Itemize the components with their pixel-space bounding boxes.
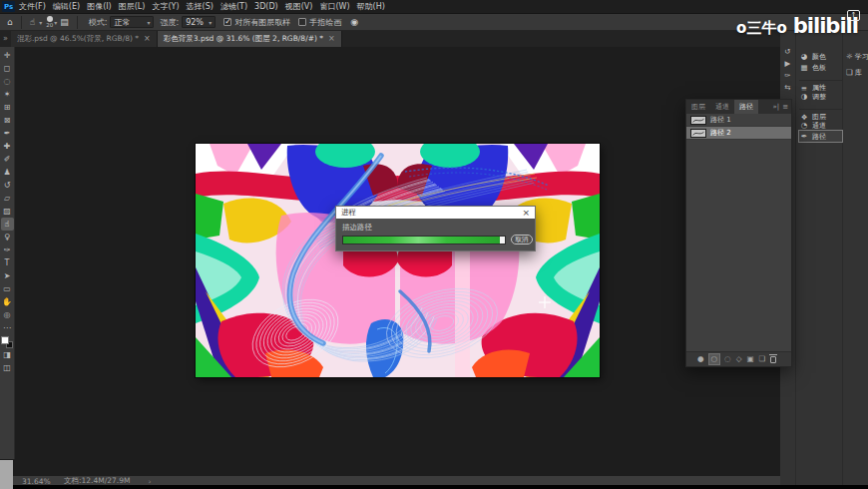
stroke-path-button[interactable]: ○ xyxy=(709,354,720,364)
paths[interactable]: ✒ 路径 xyxy=(799,131,842,142)
mode-select[interactable]: 正常 ▾ xyxy=(110,16,154,28)
finger-painting-checkbox[interactable] xyxy=(298,18,306,26)
menu-item[interactable]: 窗口(W) xyxy=(319,0,349,14)
actions-icon[interactable]: ▶ xyxy=(781,57,795,69)
path-selection-tool[interactable]: ➤ xyxy=(1,269,14,282)
brush-settings-toggle-icon[interactable]: ▤ xyxy=(57,17,72,27)
dialog-title: 进程 xyxy=(341,208,356,218)
document-tab[interactable]: 彩色背景3.psd @ 31.6% (图层 2, RGB/8/#) * × xyxy=(158,31,342,47)
swatches[interactable]: ▦ 色板 xyxy=(799,62,842,73)
history-brush-tool[interactable]: ↺ xyxy=(1,179,14,192)
foreground-color-swatch[interactable] xyxy=(1,336,9,344)
shape-tool[interactable]: ▭ xyxy=(1,282,14,295)
panel-label: 路径 xyxy=(812,132,826,142)
make-work-path-button[interactable]: ◇ xyxy=(736,354,742,364)
learn[interactable]: ☼ 学习 xyxy=(846,51,868,62)
smudge-tool[interactable]: ☝ xyxy=(1,218,14,231)
gradient-tool[interactable]: ▨ xyxy=(1,205,14,218)
mode-label: 模式: xyxy=(89,17,108,28)
marquee-tool[interactable]: ◻ xyxy=(1,62,14,75)
move-tool[interactable]: ✛ xyxy=(1,49,14,62)
cancel-button[interactable]: 取消 xyxy=(511,235,533,244)
menu-items: 文件(F)编辑(E)图像(I)图层(L)文字(Y)选择(S)滤镜(T)3D(D)… xyxy=(19,0,385,14)
add-mask-button[interactable]: ▣ xyxy=(746,354,753,364)
dodge-tool[interactable]: ♀ xyxy=(1,231,14,244)
menu-item[interactable]: 滤镜(T) xyxy=(220,0,247,14)
brush-tool[interactable]: ✐ xyxy=(1,153,14,166)
menu-item[interactable]: 图像(I) xyxy=(87,0,112,14)
home-icon[interactable]: ⌂ xyxy=(4,17,16,27)
smudge-tool-icon[interactable]: ☝ xyxy=(27,17,38,27)
menu-item[interactable]: 3D(D) xyxy=(254,0,278,14)
photoshop-window: Ps 文件(F)编辑(E)图像(I)图层(L)文字(Y)选择(S)滤镜(T)3D… xyxy=(0,0,868,489)
channels[interactable]: ◔ 通道 xyxy=(799,120,842,131)
panel-label: 颜色 xyxy=(812,52,826,62)
path-item[interactable]: 路径 2 xyxy=(686,127,791,140)
path-item[interactable]: 路径 1 xyxy=(686,114,791,127)
path-thumbnail xyxy=(690,129,706,138)
menu-item[interactable]: 帮助(H) xyxy=(357,0,385,14)
tool-icon: ✒ xyxy=(4,129,11,138)
panel-tab[interactable]: 图层 xyxy=(686,100,710,114)
pen-tool[interactable]: ✑ xyxy=(1,244,14,256)
close-icon[interactable]: × xyxy=(328,31,335,47)
tool-icon: T xyxy=(5,258,10,267)
paths-panel-empty-area xyxy=(686,140,791,351)
brush-settings-icon[interactable]: ✑ xyxy=(781,69,795,81)
canvas[interactable] xyxy=(196,144,600,377)
menu-item[interactable]: 图层(L) xyxy=(119,0,146,14)
lasso-tool[interactable]: ◌ xyxy=(1,75,14,88)
hand-tool[interactable]: ✋ xyxy=(1,295,14,308)
panel-icon: ❏ xyxy=(846,68,853,77)
paint-symmetry-icon[interactable]: ⇆ xyxy=(781,81,795,93)
dialog-title-bar[interactable]: 进程 × xyxy=(336,207,535,219)
healing-brush-tool[interactable]: ✚ xyxy=(1,140,14,153)
tool-icon: ◌ xyxy=(4,77,11,86)
sample-all-layers-checkbox[interactable] xyxy=(223,18,231,26)
menu-item[interactable]: 文字(Y) xyxy=(152,0,179,14)
layers[interactable]: ❖ 图层 xyxy=(799,109,842,120)
collapse-panel-icon[interactable]: »| xyxy=(772,103,779,111)
adjustments[interactable]: ◑ 调整 xyxy=(799,91,842,102)
type-tool[interactable]: T xyxy=(1,256,14,269)
menu-item[interactable]: 选择(S) xyxy=(187,0,214,14)
tool-icon: ✑ xyxy=(4,245,11,254)
pressure-icon[interactable]: ◉ xyxy=(347,17,361,27)
clone-stamp-tool[interactable]: ♟ xyxy=(1,166,14,179)
new-path-button[interactable]: ❏ xyxy=(759,354,766,364)
close-icon[interactable]: × xyxy=(522,208,530,218)
menu-item[interactable]: 文件(F) xyxy=(19,0,46,14)
corner-strip xyxy=(0,460,13,489)
screen-mode-button[interactable]: ◫ xyxy=(1,361,14,374)
properties[interactable]: ≡ 属性 xyxy=(799,80,842,91)
eyedropper-tool[interactable]: ✒ xyxy=(1,127,14,140)
tool-icon: ⊠ xyxy=(4,116,11,125)
frame-tool[interactable]: ⊠ xyxy=(1,114,14,127)
quick-mask-button[interactable]: ◨ xyxy=(1,348,14,361)
tab-overflow-icon[interactable]: » xyxy=(0,31,11,47)
menu-item[interactable]: 视图(V) xyxy=(285,0,313,14)
brush-preset-picker[interactable]: 20 xyxy=(46,16,53,28)
libraries[interactable]: ❏ 库 xyxy=(846,67,868,78)
quick-selection-tool[interactable]: ✶ xyxy=(1,88,14,101)
history-icon[interactable]: ↺ xyxy=(781,45,795,57)
eraser-tool[interactable]: ▱ xyxy=(1,192,14,205)
panel-menu-icon[interactable]: ≡ xyxy=(782,103,788,111)
edit-toolbar-button[interactable]: ⋯ xyxy=(1,321,14,334)
strength-select[interactable]: 92% ▾ xyxy=(182,16,216,28)
menu-item[interactable]: 编辑(E) xyxy=(53,0,80,14)
document-tab[interactable]: 混彩.psd @ 46.5%(背景, RGB/8) * × xyxy=(11,31,158,47)
delete-path-button[interactable] xyxy=(770,356,776,363)
load-selection-button[interactable]: ◌ xyxy=(724,354,731,364)
menu-bar: Ps 文件(F)编辑(E)图像(I)图层(L)文字(Y)选择(S)滤镜(T)3D… xyxy=(0,0,868,14)
crop-tool[interactable]: ⊞ xyxy=(1,101,14,114)
panel-tab[interactable]: 路径 xyxy=(734,100,758,114)
colors[interactable]: ◕ 颜色 xyxy=(799,51,842,62)
fill-path-button[interactable]: ● xyxy=(697,354,704,364)
color-swatches[interactable] xyxy=(1,336,13,348)
panel-tab[interactable]: 通道 xyxy=(710,100,734,114)
document-tab-title: 彩色背景3.psd @ 31.6% (图层 2, RGB/8/#) * xyxy=(164,31,323,47)
zoom-tool[interactable]: ◎ xyxy=(1,308,14,321)
chevron-down-icon[interactable]: ▾ xyxy=(39,19,42,26)
close-icon[interactable]: × xyxy=(144,31,151,47)
